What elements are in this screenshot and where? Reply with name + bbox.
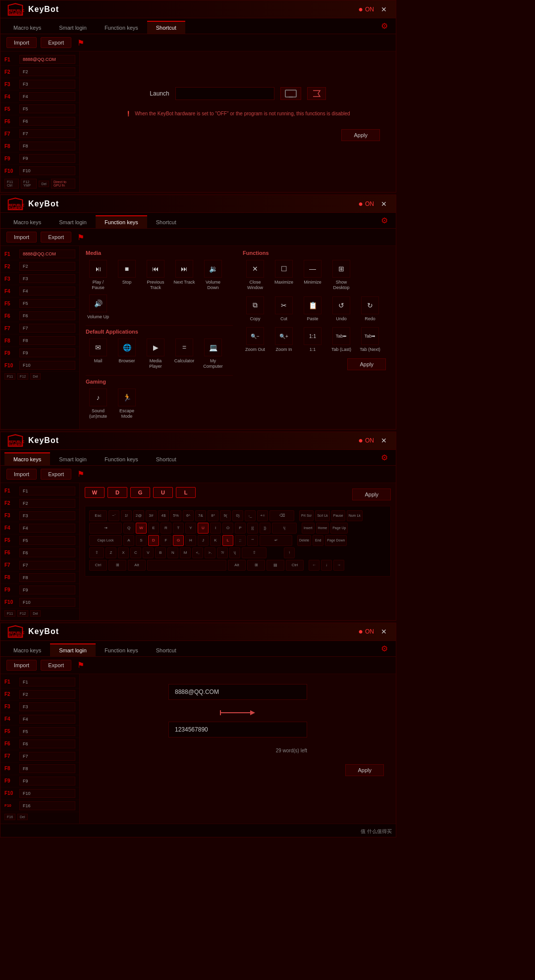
key-item-f5-3[interactable]: F5 F5 [0,535,79,547]
func-cut[interactable]: ✂ Cut [271,296,296,322]
kb-h[interactable]: H [185,535,196,546]
settings-icon-2[interactable]: ⚑ [77,233,84,242]
tab-macro-keys-2[interactable]: Macro keys [4,215,50,228]
import-button-2[interactable]: Import [6,232,37,243]
kb-pause[interactable]: Pause [331,510,345,521]
kb-tilde[interactable]: ~` [108,510,119,521]
key-item-f5-4[interactable]: F5 F5 [0,726,79,738]
func-redo[interactable]: ↻ Redo [358,296,382,322]
kb-pagedown[interactable]: Page Down [325,535,347,546]
apply-button-4[interactable]: Apply [345,764,384,776]
func-browser[interactable]: 🌐 Browser [114,339,139,369]
key-item-f4[interactable]: F4 F4 [0,91,79,103]
launch-input[interactable] [175,87,274,100]
key-item-f7-2[interactable]: F7 F7 [0,322,79,335]
kb-g[interactable]: G [173,535,184,546]
kb-9[interactable]: 9( [220,510,231,521]
kb-home[interactable]: Home [316,523,329,534]
export-button-2[interactable]: Export [41,232,71,243]
import-button-4[interactable]: Import [6,660,37,671]
export-button-4[interactable]: Export [41,660,71,671]
kb-rshift[interactable]: ⇧ [242,547,267,558]
func-zoom-in[interactable]: 🔍+ Zoom In [271,327,296,352]
key-item-f2-4[interactable]: F2 F2 [0,688,79,701]
kb-0[interactable]: 0) [232,510,243,521]
tab-macro-keys[interactable]: Macro keys [4,21,50,34]
kb-3[interactable]: 3# [146,510,157,521]
key-item-f1-3[interactable]: F1 F1 [0,485,79,497]
func-mail[interactable]: ✉ Mail [86,339,110,369]
kb-k[interactable]: K [210,535,221,546]
tab-smart-login-2[interactable]: Smart login [50,215,96,228]
tab-smart-login-3[interactable]: Smart login [50,452,96,465]
kb-2[interactable]: 2@ [133,510,144,521]
gear-icon-3[interactable]: ⚙ [377,450,392,465]
key-item-f6[interactable]: F6 F6 [0,115,79,128]
tab-shortcut-3[interactable]: Shortcut [147,452,185,465]
func-tab-next[interactable]: Tab➡ Tab (Next) [358,327,382,352]
key-item-f7[interactable]: F7 F7 [0,128,79,140]
key-item-f6-2[interactable]: F6 F6 [0,310,79,322]
func-maximize[interactable]: ☐ Maximize [271,260,296,291]
kb-delete[interactable]: Delete [297,535,311,546]
func-volume-down[interactable]: 🔉 Volume Down [201,260,225,291]
macro-key-d[interactable]: D [107,487,127,498]
key-item-f1-4[interactable]: F1 F1 [0,676,79,688]
macro-key-u[interactable]: U [153,487,173,498]
email-input[interactable] [168,684,307,700]
kb-r[interactable]: R [160,523,171,534]
kb-lalt[interactable]: Alt [128,560,146,571]
tab-function-keys-3[interactable]: Function keys [96,452,147,465]
f12-btn-2[interactable]: F12 [17,373,28,380]
kb-u[interactable]: U [198,523,209,534]
key-item-f4-4[interactable]: F4 F4 [0,713,79,726]
settings-icon-3[interactable]: ⚑ [77,469,84,479]
kb-right[interactable]: → [333,560,344,571]
f11-btn[interactable]: F11 Ctrl [4,179,19,189]
kb-numlock[interactable]: Num Lk [347,510,363,521]
kb-lctrl[interactable]: Ctrl [89,560,107,571]
func-stop[interactable]: ■ Stop [114,260,139,291]
func-volume-up[interactable]: 🔊 Volume Up [86,294,110,320]
func-show-desktop[interactable]: ⊞ Show Desktop [329,260,354,291]
kb-q[interactable]: Q [123,523,134,534]
settings-icon-4[interactable]: ⚑ [77,660,84,670]
key-item-f10-4[interactable]: F10 F10 [0,787,79,800]
export-button-3[interactable]: Export [41,469,71,480]
key-item-f5-2[interactable]: F5 F5 [0,297,79,310]
kb-period[interactable]: >. [205,547,215,558]
func-escape-mode[interactable]: 🏃 Escape Mode [114,389,139,419]
func-tab-last[interactable]: Tab⬅ Tab (Last) [329,327,354,352]
key-item-f3-3[interactable]: F3 F3 [0,510,79,522]
import-button[interactable]: Import [6,37,37,48]
kb-lshift[interactable]: ⇧ [89,547,104,558]
key-item-f9-4[interactable]: F9 F9 [0,775,79,787]
kb-rctrl[interactable]: Ctrl [286,560,304,571]
key-item-f16-4[interactable]: F10 F16 [0,800,79,812]
key-item-f10-3[interactable]: F10 F10 [0,596,79,609]
kb-backslash2[interactable]: \| [229,547,240,558]
key-item-f3[interactable]: F3 F3 [0,78,79,91]
kb-e[interactable]: E [148,523,159,534]
kb-comma[interactable]: <, [192,547,203,558]
f11-btn-2[interactable]: F11 [4,373,15,380]
func-zoom-out[interactable]: 🔍− Zoom Out [243,327,268,352]
key-item-f2-2[interactable]: F2 F2 [0,260,79,273]
kb-scrolllock[interactable]: Scrl Lk [315,510,329,521]
kb-c[interactable]: C [130,547,141,558]
kb-b[interactable]: B [155,547,166,558]
kb-rwin[interactable]: ⊞ [247,560,265,571]
key-item-f5[interactable]: F5 F5 [0,103,79,115]
key-item-f10[interactable]: F10 F10 [0,165,79,177]
kb-i[interactable]: I [210,523,221,534]
key-item-f8-4[interactable]: F8 F8 [0,763,79,775]
del-btn-2[interactable]: Del [30,373,41,380]
func-prev-track[interactable]: ⏮ Previous Track [143,260,168,291]
kb-a[interactable]: A [123,535,134,546]
tab-function-keys-4[interactable]: Function keys [96,643,147,656]
kb-menu[interactable]: ▤ [267,560,284,571]
key-item-f7-4[interactable]: F7 F7 [0,750,79,763]
kb-j[interactable]: J [198,535,209,546]
tab-function-keys[interactable]: Function keys [96,21,147,34]
kb-tab[interactable]: ⇥ [89,523,122,534]
